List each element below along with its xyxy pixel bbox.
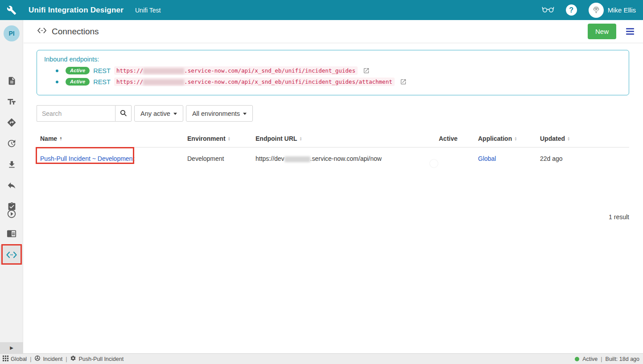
redacted-instance bbox=[143, 79, 184, 85]
connections-title-icon bbox=[37, 26, 47, 37]
sidebar-item-text-fields[interactable] bbox=[0, 96, 23, 107]
redacted-instance bbox=[143, 68, 184, 74]
inbound-endpoints-panel: Inbound endpoints: Active REST https://.… bbox=[37, 50, 629, 95]
main-area: Connections New Inbound endpoints: Activ… bbox=[24, 20, 643, 353]
page-title: Connections bbox=[52, 27, 99, 37]
protocol-label: REST bbox=[93, 67, 111, 74]
environment-filter-dropdown[interactable]: All environments bbox=[186, 105, 253, 122]
sidebar-item-run[interactable] bbox=[0, 204, 23, 224]
built-label: Built: 18d ago bbox=[606, 356, 639, 362]
column-header-name[interactable]: Name▲▼ bbox=[37, 135, 184, 142]
sort-icon: ▲▼ bbox=[514, 136, 517, 141]
expand-arrow-icon: ▶ bbox=[10, 345, 13, 350]
workspace-name[interactable]: Unifi Test bbox=[135, 7, 161, 14]
filter-row: Any active All environments bbox=[37, 105, 629, 122]
reader-book-icon bbox=[7, 229, 16, 238]
search-icon bbox=[120, 109, 127, 118]
play-circle-icon bbox=[7, 209, 16, 219]
inbound-endpoints-heading: Inbound endpoints: bbox=[44, 56, 622, 63]
text-fields-icon bbox=[7, 97, 16, 106]
connection-name-link[interactable]: Push-Pull Incident ~ Development bbox=[40, 155, 134, 162]
protocol-label: REST bbox=[93, 78, 111, 86]
sidebar-item-reply[interactable] bbox=[0, 180, 23, 191]
new-button[interactable]: New bbox=[588, 24, 616, 39]
sidebar-expand-button[interactable]: ▶ bbox=[0, 342, 23, 353]
app-title: Unifi Integration Designer bbox=[29, 6, 124, 15]
active-status-dot bbox=[575, 357, 579, 361]
help-icon[interactable]: ? bbox=[566, 4, 577, 16]
status-bar: Global | Incident | Push-Pull Incident A… bbox=[0, 353, 643, 364]
table-header-row: Name▲▼ Environment▲▼ Endpoint URL▲▼ Acti… bbox=[37, 130, 629, 147]
chevron-down-icon bbox=[173, 113, 177, 115]
endpoint-item: Active REST https://.service-now.com/api… bbox=[56, 66, 622, 75]
sort-icon: ▲▼ bbox=[567, 136, 570, 141]
sidebar-avatar-pi[interactable]: PI bbox=[4, 25, 20, 41]
column-header-endpoint-url[interactable]: Endpoint URL▲▼ bbox=[252, 135, 435, 142]
sidebar-item-documents[interactable] bbox=[0, 75, 23, 86]
wrench-icon bbox=[0, 5, 23, 15]
separator: | bbox=[30, 356, 31, 362]
reply-arrow-icon bbox=[7, 180, 16, 190]
sidebar: PI bbox=[0, 20, 23, 353]
external-link-icon[interactable] bbox=[400, 78, 407, 85]
app-header: Unifi Integration Designer Unifi Test ? bbox=[0, 0, 643, 20]
gear-icon bbox=[70, 355, 76, 363]
page: Unifi Integration Designer Unifi Test ? bbox=[0, 0, 643, 364]
update-clock-icon bbox=[7, 139, 16, 148]
column-header-application[interactable]: Application▲▼ bbox=[474, 135, 536, 142]
separator: | bbox=[601, 356, 602, 362]
download-icon bbox=[7, 160, 16, 169]
menu-icon[interactable] bbox=[625, 26, 635, 37]
endpoint-url: https://.service-now.com/api/x_snd_eb/un… bbox=[114, 78, 395, 86]
grid-icon bbox=[3, 356, 8, 363]
status-badge: Active bbox=[66, 78, 90, 86]
active-status-label: Active bbox=[582, 356, 598, 362]
environment-cell: Development bbox=[184, 155, 252, 162]
wheel-icon bbox=[34, 355, 41, 363]
search-input[interactable] bbox=[37, 105, 115, 122]
connections-table: Name▲▼ Environment▲▼ Endpoint URL▲▼ Acti… bbox=[37, 130, 629, 170]
table-row: Push-Pull Incident ~ Development Develop… bbox=[37, 147, 629, 170]
active-filter-dropdown[interactable]: Any active bbox=[134, 105, 183, 122]
redacted-instance bbox=[284, 156, 310, 162]
bullet-icon bbox=[56, 81, 58, 83]
column-header-updated[interactable]: Updated▲▼ bbox=[536, 135, 629, 142]
column-header-active[interactable]: Active bbox=[435, 135, 474, 142]
endpoint-url-cell: https://dev.service-now.com/api/now bbox=[252, 155, 435, 162]
connections-code-icon bbox=[6, 250, 17, 260]
result-count: 1 result bbox=[37, 213, 629, 221]
application-link[interactable]: Global bbox=[478, 155, 496, 162]
updated-cell: 22d ago bbox=[536, 155, 629, 162]
sidebar-item-directions[interactable] bbox=[0, 117, 23, 128]
user-avatar bbox=[589, 3, 604, 18]
endpoint-url: https://.service-now.com/api/x_snd_eb/un… bbox=[114, 66, 358, 75]
sort-icon: ▲▼ bbox=[59, 136, 62, 141]
directions-icon bbox=[7, 118, 16, 127]
user-name: Mike Ellis bbox=[608, 6, 636, 14]
scope-indicator[interactable]: Global bbox=[3, 356, 27, 363]
endpoint-item: Active REST https://.service-now.com/api… bbox=[56, 78, 622, 86]
sidebar-item-download[interactable] bbox=[0, 159, 23, 170]
document-icon bbox=[7, 76, 16, 86]
separator: | bbox=[66, 356, 67, 362]
page-header: Connections New bbox=[24, 20, 643, 43]
sidebar-item-update[interactable] bbox=[0, 138, 23, 149]
process-indicator[interactable]: Incident bbox=[34, 355, 62, 363]
sort-icon: ▲▼ bbox=[228, 136, 231, 141]
external-link-icon[interactable] bbox=[363, 67, 370, 74]
sidebar-item-docs-reader[interactable] bbox=[0, 224, 23, 243]
search-button[interactable] bbox=[115, 105, 132, 122]
user-menu[interactable]: Mike Ellis bbox=[589, 3, 636, 18]
sidebar-item-connections[interactable] bbox=[0, 245, 23, 265]
sort-icon: ▲▼ bbox=[299, 136, 302, 141]
glasses-icon[interactable] bbox=[542, 5, 554, 15]
bullet-icon bbox=[56, 70, 58, 72]
status-badge: Active bbox=[66, 67, 90, 74]
chevron-down-icon bbox=[243, 113, 247, 115]
integration-indicator[interactable]: Push-Pull Incident bbox=[70, 355, 124, 363]
column-header-environment[interactable]: Environment▲▼ bbox=[184, 135, 252, 142]
